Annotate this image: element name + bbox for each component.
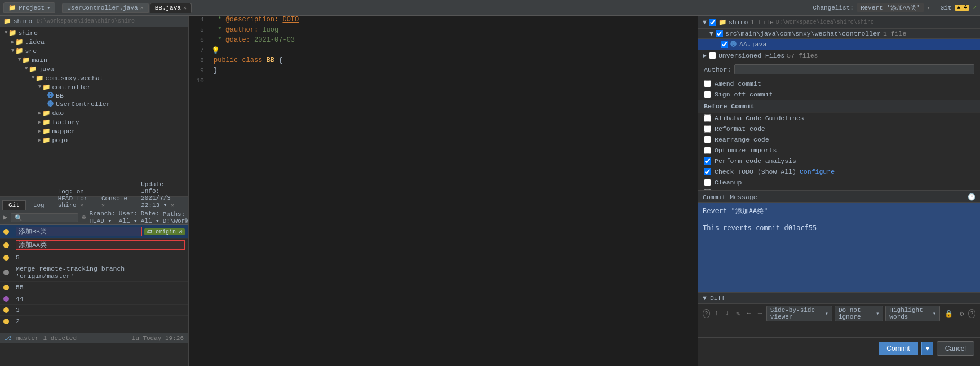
tree-item-usercontroller[interactable]: 🅒 UserController — [0, 100, 188, 108]
checktodo-checkbox[interactable] — [704, 168, 711, 175]
highlight-words-btn[interactable]: Highlight words — [885, 306, 940, 321]
cancel-button[interactable]: Cancel — [937, 341, 974, 356]
git-log-entry-3[interactable]: Merge remote-tracking branch 'origin/mas… — [0, 263, 188, 282]
unversioned-checkbox[interactable] — [709, 52, 716, 59]
tree-item-factory[interactable]: 📁 factory — [0, 117, 188, 126]
reformat-checkbox[interactable] — [704, 125, 711, 133]
pojo-label: pojo — [52, 136, 68, 144]
cleanup-checkbox[interactable] — [704, 179, 711, 186]
git-log-tag-0: 🏷 origin & — [144, 228, 185, 235]
bb-tab[interactable]: BB.java ✕ — [150, 3, 192, 13]
configure-link[interactable]: Configure — [800, 168, 835, 175]
shiro-arrow — [5, 30, 7, 36]
git-label: Git — [941, 5, 952, 11]
tree-item-controller[interactable]: 📁 controller — [0, 82, 188, 91]
shiro-expand-icon[interactable]: ▼ — [703, 19, 707, 26]
console-close[interactable]: ✕ — [101, 202, 105, 209]
checktodo-label: Check TODO (Show All) — [715, 168, 796, 175]
perform-checkbox[interactable] — [704, 157, 711, 165]
git-log-entry-7[interactable]: 2 — [0, 316, 188, 327]
cleanup-label: Cleanup — [715, 179, 742, 186]
tree-item-java[interactable]: 📁 java — [0, 64, 188, 73]
commit-aajava-row[interactable]: 🅒 AA.java — [698, 39, 980, 50]
commit-button[interactable]: Commit — [879, 342, 917, 355]
src-expand-icon[interactable]: ▼ — [709, 30, 713, 37]
do-not-ignore-btn[interactable]: Do not ignore — [835, 306, 883, 321]
help-icon-right[interactable]: ? — [968, 309, 975, 318]
tab-update-info[interactable]: Update Info: 2021/7/3 22:13 ▾ ✕ — [135, 179, 186, 210]
left-arrow-btn[interactable]: ← — [744, 309, 753, 318]
tree-item-idea[interactable]: 📁 .idea — [0, 37, 188, 46]
date-filter[interactable]: Date: All ▾ — [141, 210, 159, 224]
editor-area[interactable]: 4 * @description: DOTO 5 * @author: luog… — [189, 16, 698, 366]
rearrange-checkbox[interactable] — [704, 136, 711, 143]
main-folder-icon: 📁 — [22, 56, 30, 64]
git-log-entry-5[interactable]: 44 — [0, 293, 188, 305]
git-log-entry-1[interactable]: 添加AA类 — [0, 239, 188, 252]
tree-item-com[interactable]: 📁 com.smxy.wechat — [0, 73, 188, 82]
lock-icon[interactable]: 🔒 — [942, 309, 955, 319]
tab-log-head[interactable]: Log: on HEAD for shiro ✕ — [52, 187, 94, 210]
commit-msg-body[interactable]: Revert "添加AA类" This reverts commit d01ac… — [698, 203, 980, 292]
author-input[interactable] — [734, 64, 974, 74]
changelist-chevron[interactable]: ▾ — [927, 5, 930, 11]
dao-label: dao — [52, 109, 64, 117]
branch-filter[interactable]: Branch: HEAD ▾ — [89, 210, 115, 224]
git-status-bar: ⎇ master 1 deleted lu Today 19:26 — [0, 333, 188, 343]
paths-filter[interactable]: Paths: D:\workspace\ide... — [163, 211, 188, 224]
right-arrow-btn[interactable]: → — [756, 309, 764, 318]
commit-message-section: Commit Message 🕐 Revert "添加AA类" This rev… — [698, 191, 980, 292]
tree-item-pojo[interactable]: 📁 pojo — [0, 135, 188, 144]
shiro-checkbox[interactable] — [709, 19, 716, 26]
diff-expand-icon[interactable]: ▼ — [703, 294, 707, 302]
project-tab[interactable]: 📁 Project — [3, 2, 55, 13]
optimize-checkbox[interactable] — [704, 147, 711, 154]
tree-item-shiro[interactable]: 📁 shiro — [0, 28, 188, 37]
edit-icon[interactable]: ✎ — [734, 309, 742, 319]
branch-dot-0 — [3, 229, 9, 235]
clock-icon[interactable]: 🕐 — [968, 193, 975, 201]
tree-item-dao[interactable]: 📁 dao — [0, 108, 188, 117]
git-log-entry-2[interactable]: 5 — [0, 252, 188, 263]
aajava-checkbox[interactable] — [721, 41, 728, 48]
help-icon-left[interactable]: ? — [703, 309, 710, 318]
bb-tab-close[interactable]: ✕ — [183, 5, 187, 11]
cleanup-row: Cleanup — [698, 177, 980, 188]
tree-item-src[interactable]: 📁 src — [0, 46, 188, 55]
controller-folder-icon: 📁 — [42, 83, 50, 91]
up-arrow-btn[interactable]: ↑ — [712, 309, 721, 318]
code-line-6: 6 * @date: 2021-07-03 — [189, 36, 698, 46]
git-log-entry-4[interactable]: 55 — [0, 282, 188, 293]
diff-toolbar: ? ↑ ↓ ✎ ← → Side-by-side viewer Do not i… — [698, 304, 980, 323]
gear-icon[interactable]: ⚙ — [957, 309, 966, 319]
signoff-commit-checkbox[interactable] — [704, 91, 711, 98]
tree-item-mapper[interactable]: 📁 mapper — [0, 126, 188, 135]
git-log-panel: ▶ ⚙ Branch: HEAD ▾ User: All ▾ Date: All… — [0, 210, 188, 343]
unversioned-expand-icon[interactable]: ▶ — [703, 51, 707, 59]
git-log-entry-0[interactable]: 添加BB类 🏷 origin & — [0, 225, 188, 239]
commit-arrow-button[interactable]: ▾ — [921, 342, 933, 355]
tab-console[interactable]: Console ✕ — [95, 193, 134, 210]
update-info-close[interactable]: ✕ — [171, 202, 174, 209]
src-checkbox[interactable] — [716, 30, 723, 37]
down-arrow-btn[interactable]: ↓ — [723, 309, 731, 318]
tab-git[interactable]: Git — [2, 200, 26, 210]
usercontroller-file-icon: 🅒 — [47, 100, 54, 108]
settings-icon[interactable]: ⚙ — [82, 213, 86, 222]
tree-item-main[interactable]: 📁 main — [0, 55, 188, 64]
sidebar-toggle-icon[interactable]: ▶ — [3, 213, 7, 222]
tree-item-bb[interactable]: 🅒 BB — [0, 91, 188, 100]
bottom-tabs: Git Log Log: on HEAD for shiro ✕ Console… — [0, 197, 188, 210]
git-search-input[interactable] — [11, 213, 78, 222]
usercontroller-tab-close[interactable]: ✕ — [140, 5, 144, 11]
branch-dot-6 — [3, 307, 9, 313]
alibaba-checkbox[interactable] — [704, 114, 711, 122]
amend-commit-checkbox[interactable] — [704, 80, 711, 87]
usercontroller-tab[interactable]: UserController.java ✕ — [62, 3, 148, 13]
unversioned-label: Unversioned Files — [719, 52, 784, 59]
git-log-entry-6[interactable]: 3 — [0, 305, 188, 316]
log-head-close[interactable]: ✕ — [80, 202, 83, 209]
side-by-side-btn[interactable]: Side-by-side viewer — [766, 306, 832, 321]
tab-log[interactable]: Log — [27, 200, 51, 210]
user-filter[interactable]: User: All ▾ — [119, 210, 138, 224]
